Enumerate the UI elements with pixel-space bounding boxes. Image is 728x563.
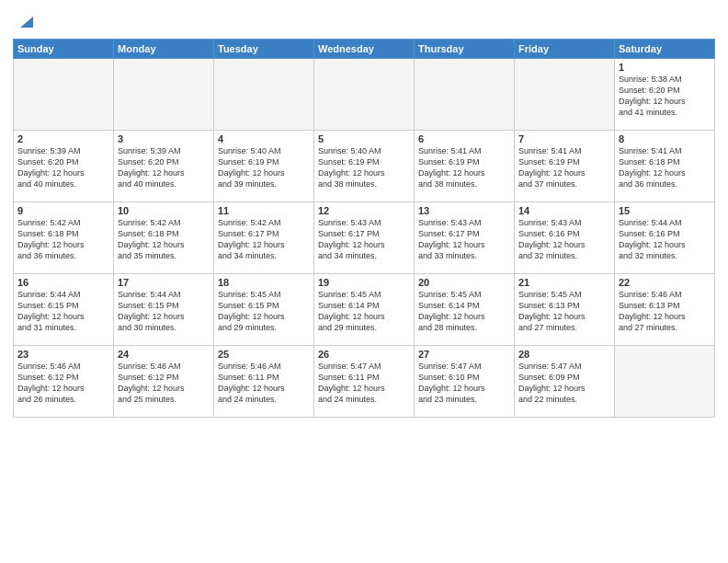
calendar-cell [214, 59, 314, 131]
calendar-cell: 21Sunrise: 5:45 AM Sunset: 6:13 PM Dayli… [515, 274, 615, 346]
calendar-cell: 10Sunrise: 5:42 AM Sunset: 6:18 PM Dayli… [114, 202, 214, 274]
calendar-table: SundayMondayTuesdayWednesdayThursdayFrid… [13, 39, 715, 418]
day-number: 13 [418, 205, 510, 216]
calendar-cell: 23Sunrise: 5:46 AM Sunset: 6:12 PM Dayli… [14, 346, 114, 418]
calendar-cell: 16Sunrise: 5:44 AM Sunset: 6:15 PM Dayli… [14, 274, 114, 346]
day-number: 22 [619, 277, 711, 288]
calendar-cell: 26Sunrise: 5:47 AM Sunset: 6:11 PM Dayli… [314, 346, 415, 418]
calendar-week-row: 2Sunrise: 5:39 AM Sunset: 6:20 PM Daylig… [14, 131, 715, 202]
calendar-cell: 18Sunrise: 5:45 AM Sunset: 6:15 PM Dayli… [214, 274, 314, 346]
day-info: Sunrise: 5:43 AM Sunset: 6:16 PM Dayligh… [518, 217, 610, 262]
calendar-cell: 8Sunrise: 5:41 AM Sunset: 6:18 PM Daylig… [615, 131, 715, 202]
day-info: Sunrise: 5:41 AM Sunset: 6:19 PM Dayligh… [518, 145, 610, 190]
day-number: 26 [318, 349, 410, 360]
day-number: 12 [318, 205, 410, 216]
calendar-cell [14, 59, 114, 131]
calendar-week-row: 16Sunrise: 5:44 AM Sunset: 6:15 PM Dayli… [14, 274, 715, 346]
calendar-cell: 22Sunrise: 5:46 AM Sunset: 6:13 PM Dayli… [615, 274, 715, 346]
day-info: Sunrise: 5:39 AM Sunset: 6:20 PM Dayligh… [118, 145, 210, 190]
day-info: Sunrise: 5:43 AM Sunset: 6:17 PM Dayligh… [418, 217, 510, 262]
weekday-header-friday: Friday [515, 40, 615, 59]
day-info: Sunrise: 5:46 AM Sunset: 6:13 PM Dayligh… [619, 289, 711, 334]
calendar-cell: 17Sunrise: 5:44 AM Sunset: 6:15 PM Dayli… [114, 274, 214, 346]
day-number: 6 [418, 133, 510, 144]
calendar-cell: 4Sunrise: 5:40 AM Sunset: 6:19 PM Daylig… [214, 131, 314, 202]
calendar-cell [114, 59, 214, 131]
day-number: 7 [518, 133, 610, 144]
calendar-page: SundayMondayTuesdayWednesdayThursdayFrid… [0, 0, 728, 563]
day-number: 1 [619, 62, 711, 73]
day-number: 11 [218, 205, 310, 216]
day-info: Sunrise: 5:42 AM Sunset: 6:17 PM Dayligh… [218, 217, 310, 262]
day-number: 14 [518, 205, 610, 216]
day-info: Sunrise: 5:45 AM Sunset: 6:14 PM Dayligh… [418, 289, 510, 334]
calendar-week-row: 9Sunrise: 5:42 AM Sunset: 6:18 PM Daylig… [14, 202, 715, 274]
day-info: Sunrise: 5:44 AM Sunset: 6:16 PM Dayligh… [619, 217, 711, 262]
day-info: Sunrise: 5:45 AM Sunset: 6:14 PM Dayligh… [318, 289, 410, 334]
calendar-cell: 28Sunrise: 5:47 AM Sunset: 6:09 PM Dayli… [515, 346, 615, 418]
day-info: Sunrise: 5:41 AM Sunset: 6:19 PM Dayligh… [418, 145, 510, 190]
day-info: Sunrise: 5:42 AM Sunset: 6:18 PM Dayligh… [118, 217, 210, 262]
day-number: 19 [318, 277, 410, 288]
day-info: Sunrise: 5:47 AM Sunset: 6:11 PM Dayligh… [318, 361, 410, 406]
weekday-header-tuesday: Tuesday [214, 40, 314, 59]
calendar-cell: 6Sunrise: 5:41 AM Sunset: 6:19 PM Daylig… [415, 131, 515, 202]
day-number: 21 [518, 277, 610, 288]
svg-marker-0 [20, 17, 33, 28]
day-info: Sunrise: 5:39 AM Sunset: 6:20 PM Dayligh… [17, 145, 109, 190]
calendar-cell [314, 59, 415, 131]
day-info: Sunrise: 5:44 AM Sunset: 6:15 PM Dayligh… [17, 289, 109, 334]
calendar-cell: 3Sunrise: 5:39 AM Sunset: 6:20 PM Daylig… [114, 131, 214, 202]
day-number: 28 [518, 349, 610, 360]
day-number: 16 [17, 277, 109, 288]
day-number: 27 [418, 349, 510, 360]
day-info: Sunrise: 5:42 AM Sunset: 6:18 PM Dayligh… [17, 217, 109, 262]
calendar-cell: 5Sunrise: 5:40 AM Sunset: 6:19 PM Daylig… [314, 131, 415, 202]
weekday-header-saturday: Saturday [615, 40, 715, 59]
weekday-header-thursday: Thursday [415, 40, 515, 59]
calendar-cell: 11Sunrise: 5:42 AM Sunset: 6:17 PM Dayli… [214, 202, 314, 274]
day-info: Sunrise: 5:47 AM Sunset: 6:10 PM Dayligh… [418, 361, 510, 406]
calendar-cell: 25Sunrise: 5:46 AM Sunset: 6:11 PM Dayli… [214, 346, 314, 418]
logo-icon [15, 11, 35, 31]
calendar-cell: 19Sunrise: 5:45 AM Sunset: 6:14 PM Dayli… [314, 274, 415, 346]
weekday-header-wednesday: Wednesday [314, 40, 415, 59]
day-number: 23 [17, 349, 109, 360]
day-number: 2 [17, 133, 109, 144]
day-number: 18 [218, 277, 310, 288]
calendar-cell [615, 346, 715, 418]
day-number: 3 [118, 133, 210, 144]
calendar-cell: 9Sunrise: 5:42 AM Sunset: 6:18 PM Daylig… [14, 202, 114, 274]
logo [13, 11, 35, 31]
calendar-cell: 7Sunrise: 5:41 AM Sunset: 6:19 PM Daylig… [515, 131, 615, 202]
day-info: Sunrise: 5:40 AM Sunset: 6:19 PM Dayligh… [218, 145, 310, 190]
calendar-cell: 1Sunrise: 5:38 AM Sunset: 6:20 PM Daylig… [615, 59, 715, 131]
day-info: Sunrise: 5:46 AM Sunset: 6:12 PM Dayligh… [118, 361, 210, 406]
calendar-cell: 27Sunrise: 5:47 AM Sunset: 6:10 PM Dayli… [415, 346, 515, 418]
day-info: Sunrise: 5:45 AM Sunset: 6:13 PM Dayligh… [518, 289, 610, 334]
day-number: 4 [218, 133, 310, 144]
calendar-cell: 13Sunrise: 5:43 AM Sunset: 6:17 PM Dayli… [415, 202, 515, 274]
day-info: Sunrise: 5:45 AM Sunset: 6:15 PM Dayligh… [218, 289, 310, 334]
day-info: Sunrise: 5:44 AM Sunset: 6:15 PM Dayligh… [118, 289, 210, 334]
day-number: 20 [418, 277, 510, 288]
day-info: Sunrise: 5:43 AM Sunset: 6:17 PM Dayligh… [318, 217, 410, 262]
day-number: 10 [118, 205, 210, 216]
day-info: Sunrise: 5:40 AM Sunset: 6:19 PM Dayligh… [318, 145, 410, 190]
day-info: Sunrise: 5:38 AM Sunset: 6:20 PM Dayligh… [619, 74, 711, 119]
day-number: 8 [619, 133, 711, 144]
day-number: 9 [17, 205, 109, 216]
weekday-header-sunday: Sunday [14, 40, 114, 59]
calendar-cell [415, 59, 515, 131]
weekday-header-monday: Monday [114, 40, 214, 59]
calendar-week-row: 1Sunrise: 5:38 AM Sunset: 6:20 PM Daylig… [14, 59, 715, 131]
day-info: Sunrise: 5:47 AM Sunset: 6:09 PM Dayligh… [518, 361, 610, 406]
weekday-header-row: SundayMondayTuesdayWednesdayThursdayFrid… [14, 40, 715, 59]
header [13, 11, 715, 31]
calendar-cell: 14Sunrise: 5:43 AM Sunset: 6:16 PM Dayli… [515, 202, 615, 274]
day-number: 17 [118, 277, 210, 288]
calendar-cell: 20Sunrise: 5:45 AM Sunset: 6:14 PM Dayli… [415, 274, 515, 346]
day-number: 25 [218, 349, 310, 360]
day-info: Sunrise: 5:46 AM Sunset: 6:12 PM Dayligh… [17, 361, 109, 406]
calendar-week-row: 23Sunrise: 5:46 AM Sunset: 6:12 PM Dayli… [14, 346, 715, 418]
